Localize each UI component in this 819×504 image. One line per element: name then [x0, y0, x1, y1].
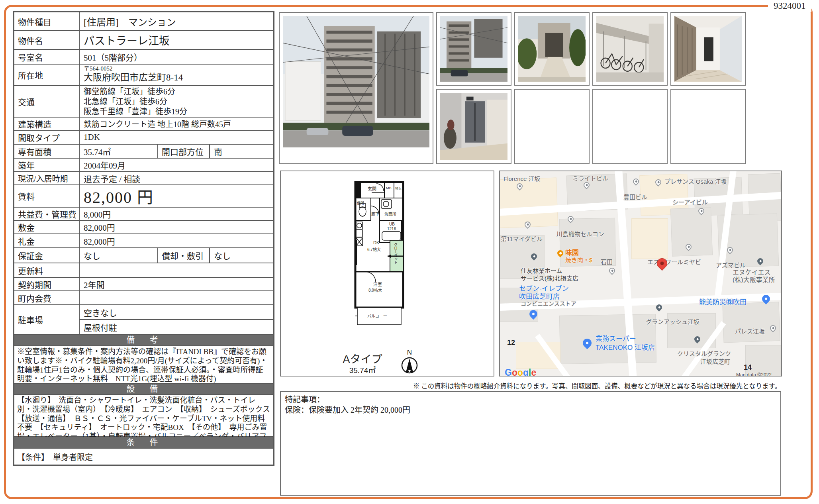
bicycle-parking-illustration [596, 16, 664, 82]
map-label-ci-building: シーアイビル [672, 198, 708, 206]
row-value: 御堂筋線「江坂」徒歩6分 北急線「江坂」徒歩6分 阪急千里線「豊津」徒歩19分 [80, 86, 273, 117]
map-label-gyomu-super-sub: TAKENOKO 江坂店 [596, 342, 655, 352]
map-label-crystal-grants: クリスタルグランツ [677, 349, 731, 357]
row-value: パストラーレ江坂 [80, 31, 273, 49]
room-label-dk-size: 6.7帖大 [367, 246, 381, 252]
row-label: 更新料 [14, 263, 80, 277]
document-id: 9324001 [768, 0, 811, 12]
table-row-room-number: 号室名 501（5階部分） [14, 50, 273, 65]
remarks-text: ※空室情報・募集条件・案内方法等の確認は『ITANDI BB』で確認をお願い致し… [14, 346, 273, 383]
row-label-2: 償却・敷引 [158, 248, 210, 263]
google-logo: Google [505, 367, 536, 377]
room-label-unit-bath-size: 1216 [387, 227, 396, 231]
map-label-toyoda-building: 豊田ビル [623, 192, 647, 201]
floor-plan-panel: 玄関 MB 物入 便所 廊下 洗面所 UB 1216 DK 6.7帖大 クローゼ… [280, 171, 494, 377]
table-row-parking: 駐車場 空きなし 屋根付駐 [14, 305, 273, 335]
photo-elevator-hall [436, 89, 511, 164]
photo-entrance-approach [514, 12, 590, 86]
location-map: Florence 江坂 ミライトビル プレサンス Osaka 江坂 豊田ビル シ… [499, 171, 782, 377]
table-row-rent: 賃料 82,000 円 [14, 185, 273, 208]
row-label: 物件名 [14, 31, 80, 49]
row-value: なし [80, 248, 158, 263]
row-label: 敷金 [14, 221, 80, 233]
room-label-hallway: 廊下 [371, 211, 379, 217]
transport-line-3: 阪急千里線「豊津」徒歩19分 [84, 107, 273, 117]
map-building-block [722, 302, 780, 343]
special-notes-box: 特記事項： 保険：保険要加入 2年契約 20,000円 [280, 391, 781, 496]
parking-values: 空きなし 屋根付駐 [80, 305, 273, 334]
map-label-florence-esaka: Florence 江坂 [504, 174, 541, 182]
row-value: 35.74㎡ [80, 145, 158, 158]
room-label-entrance: 玄関 [368, 185, 376, 192]
floor-plan-area-label: 35.74㎡ [337, 364, 388, 375]
elevator-hall-illustration [440, 93, 507, 160]
google-logo-letter: g [523, 367, 529, 377]
map-copyright: Map data ©2022 [736, 372, 772, 377]
row-label-2: 開口部方位 [158, 145, 210, 158]
room-label-closet: クローゼット [393, 243, 398, 271]
property-info-table: 物件種目 [住居用] マンション 物件名 パストラーレ江坂 号室名 501（5階… [13, 11, 274, 466]
map-label-sumitomo-forestry: 住友林業ホーム [521, 266, 562, 275]
row-label: 築年 [14, 159, 80, 171]
table-row-built-year: 築年 2004年09月 [14, 159, 273, 172]
row-value: 2年間 [80, 278, 273, 290]
row-label: 駐車場 [14, 305, 80, 334]
table-row-property-name: 物件名 パストラーレ江坂 [14, 31, 273, 50]
photo-bicycle-parking [592, 12, 668, 86]
remarks-row: ※空室情報・募集条件・案内方法等の確認は『ITANDI BB』で確認をお願い致し… [14, 346, 273, 384]
row-value: 〒564-0052 大阪府吹田市広芝町8-14 [80, 65, 273, 85]
table-row-key-money: 礼金 82,000円 [14, 234, 273, 248]
row-label: 物件種目 [14, 12, 80, 30]
equipment-title: 設 備 [14, 384, 273, 394]
photo-building-exterior [279, 12, 433, 164]
row-label: 現況/入居時期 [14, 172, 80, 184]
google-logo-letter: o [517, 367, 523, 377]
table-row-management-fee: 共益費・管理費 8,000円 [14, 208, 273, 221]
map-label-nks-sub: (株)大阪事業所 [733, 275, 775, 284]
remarks-header: 備 考 [14, 335, 273, 346]
room-label-dk: DK [373, 240, 379, 245]
table-row-transport: 交通 御堂筋線「江坂」徒歩6分 北急線「江坂」徒歩6分 阪急千里線「豊津」徒歩1… [14, 86, 273, 118]
row-label: 保証金 [14, 248, 80, 263]
conditions-title: 条 件 [14, 437, 273, 448]
row-value: [住居用] マンション [80, 12, 273, 30]
map-label-palace-esaka: パレス江坂 [735, 327, 765, 335]
table-row-area: 専有面積 35.74㎡ 開口部方位 南 [14, 145, 273, 159]
special-notes-title: 特記事項： [285, 394, 776, 405]
row-label: 町内会費 [14, 291, 80, 304]
row-value-2: 南 [210, 145, 273, 158]
floor-plan-drawing: 玄関 MB 物入 便所 廊下 洗面所 UB 1216 DK 6.7帖大 クローゼ… [354, 180, 404, 326]
row-label: 間取タイプ [14, 131, 80, 144]
table-row-address: 所在地 〒564-0052 大阪府吹田市広芝町8-14 [14, 65, 273, 86]
map-label-crystal-grants-sub: 江坂広芝町 [700, 357, 730, 365]
row-value: 501（5階部分） [80, 50, 273, 64]
parking-type: 屋根付駐 [80, 320, 273, 334]
property-flyer-page: 9324001 物件種目 [住居用] マンション 物件名 パストラーレ江坂 号室… [0, 0, 819, 504]
row-value: 8,000円 [80, 208, 273, 220]
room-label-toilet: 便所 [357, 200, 364, 206]
row-value: 1DK [80, 131, 273, 144]
photo-slot-empty-2 [592, 89, 668, 164]
map-label-mirait-building: ミライトビル [572, 174, 608, 182]
compass: N [400, 349, 419, 376]
map-label-presance-osaka-esaka: プレサンス Osaka 江坂 [664, 177, 727, 185]
table-row-structure: 建築構造 鉄筋コンクリート造 地上10階 総戸数45戸 [14, 118, 273, 131]
row-value-2: なし [210, 248, 273, 263]
map-pin-icon [608, 267, 616, 275]
row-label: 所在地 [14, 65, 80, 85]
table-row-contract-term: 契約期間 2年間 [14, 278, 273, 291]
row-value [80, 291, 273, 304]
rent-amount: 82,000 円 [80, 185, 273, 207]
row-label: 建築構造 [14, 118, 80, 130]
row-label: 賃料 [14, 185, 80, 207]
google-logo-letter: G [505, 367, 512, 377]
map-label-ajien-sub: 焼き肉・$ [565, 255, 592, 264]
hallway-illustration [674, 16, 742, 82]
table-row-layout-type: 間取タイプ 1DK [14, 131, 273, 145]
parking-availability: 空きなし [80, 305, 273, 320]
row-value: 鉄筋コンクリート造 地上10階 総戸数45戸 [80, 118, 273, 130]
disclaimer-note: ※ この資料は物件の概略紹介資料になります。写真、間取図面、設備、概要などが現況… [280, 381, 781, 390]
row-label: 契約期間 [14, 278, 80, 290]
room-label-balcony: バルコニー [367, 313, 387, 319]
map-building-block [499, 177, 558, 228]
